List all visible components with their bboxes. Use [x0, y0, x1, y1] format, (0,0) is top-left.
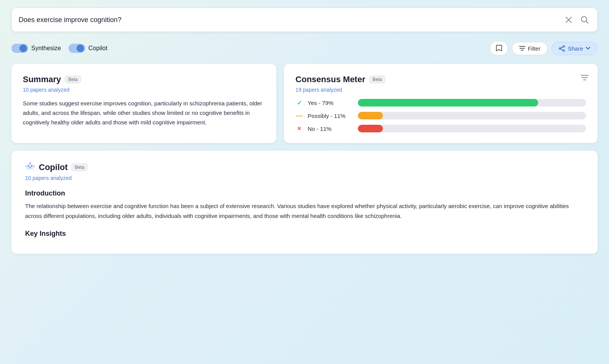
bookmark-icon: [496, 45, 502, 52]
filter-icon: [519, 46, 525, 51]
consensus-beta-badge: Beta: [369, 76, 386, 83]
chevron-down-icon: [586, 47, 590, 50]
synthesize-toggle-thumb: [19, 45, 27, 52]
share-icon: [559, 45, 565, 52]
consensus-row-possibly: — Possibly - 11%: [295, 112, 586, 119]
search-button[interactable]: [579, 14, 590, 25]
toolbar-actions: Filter Share: [490, 41, 598, 56]
copilot-label: Copilot: [88, 45, 107, 52]
summary-title: Summary: [23, 75, 61, 84]
summary-card: Summary Beta 10 papers analyzed Some stu…: [11, 64, 276, 143]
svg-rect-15: [27, 164, 33, 169]
share-button[interactable]: Share: [552, 42, 598, 55]
search-query: Does exercise improve cognition?: [19, 16, 564, 24]
possibly-icon: —: [295, 112, 303, 119]
possibly-label: Possibly - 11%: [308, 113, 353, 119]
intro-heading: Introduction: [25, 189, 584, 197]
search-actions: [564, 14, 590, 25]
clear-search-button[interactable]: [564, 15, 574, 25]
share-label: Share: [568, 45, 583, 52]
synthesize-label: Synthesize: [31, 45, 61, 52]
close-icon: [565, 16, 572, 23]
summary-body: Some studies suggest exercise improves c…: [23, 99, 265, 127]
consensus-card: Consensus Meter Beta 19 papers analyzed …: [284, 64, 598, 143]
synthesize-toggle-track[interactable]: [11, 44, 28, 53]
filter-label: Filter: [528, 45, 540, 52]
yes-icon: ✓: [295, 99, 303, 106]
svg-line-11: [561, 49, 563, 50]
copilot-header: Copilot Beta: [25, 161, 584, 173]
yes-label: Yes - 79%: [308, 100, 353, 106]
copilot-beta-badge: Beta: [72, 164, 88, 171]
summary-consensus-row: Summary Beta 10 papers analyzed Some stu…: [11, 64, 598, 143]
consensus-header: Consensus Meter Beta: [295, 75, 586, 84]
svg-rect-16: [28, 165, 29, 167]
filter-button[interactable]: Filter: [512, 42, 548, 55]
bookmark-button[interactable]: [490, 41, 508, 56]
synthesize-toggle[interactable]: Synthesize: [11, 44, 61, 53]
summary-header: Summary Beta: [23, 75, 265, 84]
consensus-title: Consensus Meter: [295, 75, 365, 84]
copilot-toggle-track[interactable]: [69, 44, 85, 53]
svg-line-3: [586, 21, 588, 24]
consensus-filter-button[interactable]: [581, 75, 588, 83]
filter-lines-icon: [581, 75, 588, 81]
copilot-papers-count: 10 papers analyzed: [25, 175, 584, 181]
possibly-bar-container: [358, 112, 586, 119]
svg-point-8: [559, 48, 561, 49]
toolbar-toggles: Synthesize Copilot: [11, 44, 107, 53]
svg-point-20: [30, 162, 31, 164]
summary-beta-badge: Beta: [65, 76, 81, 83]
copilot-card: Copilot Beta 10 papers analyzed Introduc…: [11, 151, 598, 254]
yes-bar-fill: [358, 99, 538, 106]
copilot-toggle[interactable]: Copilot: [69, 44, 107, 53]
intro-text: The relationship between exercise and co…: [25, 201, 584, 221]
possibly-bar-fill: [358, 112, 383, 119]
no-label: No - 11%: [308, 126, 353, 132]
svg-line-10: [561, 47, 563, 48]
no-bar-container: [358, 125, 586, 132]
svg-rect-18: [29, 167, 31, 168]
consensus-rows: ✓ Yes - 79% — Possibly - 11% ✕ No - 11%: [295, 99, 586, 132]
consensus-papers-count: 19 papers analyzed: [295, 87, 586, 93]
no-bar-fill: [358, 125, 383, 132]
consensus-row-no: ✕ No - 11%: [295, 125, 586, 132]
svg-rect-17: [31, 165, 32, 167]
svg-point-9: [563, 50, 564, 51]
consensus-row-yes: ✓ Yes - 79%: [295, 99, 586, 106]
toolbar: Synthesize Copilot Filter: [11, 41, 598, 56]
yes-bar-container: [358, 99, 586, 106]
search-bar: Does exercise improve cognition?: [11, 8, 598, 32]
copilot-robot-icon: [25, 161, 35, 173]
summary-papers-count: 10 papers analyzed: [23, 87, 265, 93]
search-icon: [580, 16, 589, 24]
svg-point-7: [563, 46, 564, 47]
key-insights-heading: Key Insights: [25, 230, 584, 238]
no-icon: ✕: [295, 126, 303, 132]
copilot-title: Copilot: [39, 162, 68, 172]
copilot-toggle-thumb: [77, 45, 84, 52]
